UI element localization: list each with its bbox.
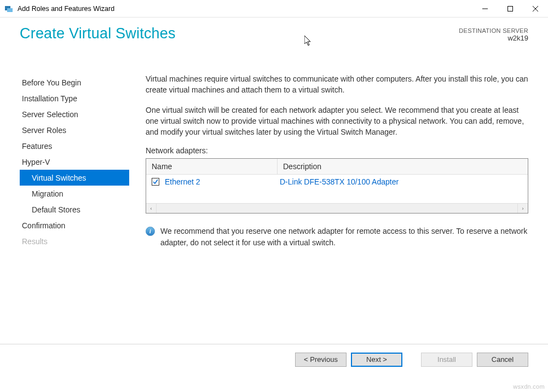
- info-text: We recommend that you reserve one networ…: [160, 226, 528, 248]
- page-title: Create Virtual Switches: [20, 25, 176, 42]
- minimize-button[interactable]: [472, 0, 498, 18]
- header: Create Virtual Switches DESTINATION SERV…: [0, 18, 548, 67]
- step-virtual-switches[interactable]: Virtual Switches: [20, 170, 129, 186]
- app-icon: [4, 4, 13, 13]
- previous-button[interactable]: < Previous: [295, 353, 347, 367]
- step-migration[interactable]: Migration: [20, 186, 129, 201]
- table-row[interactable]: Ethernet 2 D-Link DFE-538TX 10/100 Adapt…: [146, 175, 528, 189]
- step-installation-type[interactable]: Installation Type: [20, 90, 129, 106]
- main: Before You Begin Installation Type Serve…: [0, 67, 548, 344]
- content: Virtual machines require virtual switche…: [129, 67, 528, 344]
- scroll-track[interactable]: [156, 204, 518, 213]
- step-confirmation[interactable]: Confirmation: [20, 217, 129, 233]
- step-server-selection[interactable]: Server Selection: [20, 106, 129, 122]
- destination-label: DESTINATION SERVER: [459, 27, 528, 34]
- maximize-button[interactable]: [498, 0, 523, 18]
- adapter-description: D-Link DFE-538TX 10/100 Adapter: [280, 177, 522, 186]
- footer: < Previous Next > Install Cancel: [0, 344, 548, 374]
- step-before-you-begin[interactable]: Before You Begin: [20, 74, 129, 90]
- close-button[interactable]: [523, 0, 548, 18]
- svg-rect-1: [7, 8, 13, 12]
- watermark: wsxdn.com: [513, 383, 545, 390]
- destination-server-name: w2k19: [459, 34, 528, 42]
- column-description[interactable]: Description: [278, 159, 528, 174]
- adapters-label: Network adapters:: [146, 146, 528, 155]
- column-name[interactable]: Name: [146, 159, 278, 174]
- titlebar: Add Roles and Features Wizard: [0, 0, 548, 18]
- step-results: Results: [20, 233, 129, 249]
- step-hyper-v[interactable]: Hyper-V: [20, 154, 129, 170]
- sidebar: Before You Begin Installation Type Serve…: [20, 67, 129, 344]
- table-body: Ethernet 2 D-Link DFE-538TX 10/100 Adapt…: [146, 175, 528, 203]
- install-button: Install: [421, 353, 472, 367]
- step-default-stores[interactable]: Default Stores: [20, 201, 129, 217]
- next-button[interactable]: Next >: [351, 353, 402, 367]
- svg-rect-3: [508, 6, 513, 11]
- horizontal-scrollbar[interactable]: ‹ ›: [146, 203, 528, 213]
- cancel-button[interactable]: Cancel: [477, 353, 528, 367]
- step-features[interactable]: Features: [20, 138, 129, 154]
- window-controls: [472, 0, 548, 18]
- network-adapters-table: Name Description Ethernet 2 D-Link DFE-5…: [146, 158, 528, 214]
- info-note: i We recommend that you reserve one netw…: [146, 226, 528, 248]
- scroll-left-icon[interactable]: ‹: [146, 204, 156, 214]
- adapter-checkbox[interactable]: [152, 178, 159, 186]
- window-title: Add Roles and Features Wizard: [18, 5, 114, 13]
- step-server-roles[interactable]: Server Roles: [20, 122, 129, 138]
- intro-paragraph-2: One virtual switch will be created for e…: [146, 105, 528, 138]
- info-icon: i: [146, 227, 155, 236]
- intro-paragraph-1: Virtual machines require virtual switche…: [146, 73, 528, 96]
- adapter-name: Ethernet 2: [165, 177, 280, 186]
- destination-block: DESTINATION SERVER w2k19: [459, 27, 528, 42]
- table-header: Name Description: [146, 159, 528, 175]
- scroll-right-icon[interactable]: ›: [518, 204, 528, 214]
